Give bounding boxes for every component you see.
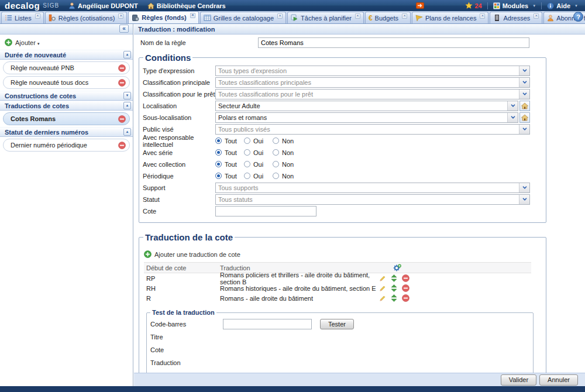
chevron-down-icon[interactable] bbox=[519, 125, 529, 134]
tester-button[interactable]: Tester bbox=[320, 319, 354, 329]
radio-icon[interactable] bbox=[273, 173, 279, 179]
sidebar-section-constructions-de-cotes[interactable]: Constructions de cotes bbox=[0, 91, 133, 101]
chevron-down-icon[interactable] bbox=[123, 92, 131, 99]
chevron-down-icon[interactable] bbox=[507, 113, 518, 122]
aide-menu[interactable]: Aide bbox=[547, 2, 578, 9]
chevron-down-icon[interactable] bbox=[519, 183, 529, 192]
delete-icon[interactable] bbox=[402, 284, 410, 292]
radio-non[interactable]: Non bbox=[273, 149, 301, 156]
move-up-down-icon[interactable] bbox=[390, 284, 398, 292]
tab-budgets[interactable]: € Budgets bbox=[365, 12, 411, 23]
sidebar-item-cotes-romans[interactable]: Cotes Romans bbox=[3, 112, 130, 125]
public-vise-select[interactable]: Tous publics visés bbox=[215, 124, 530, 135]
chevron-down-icon[interactable] bbox=[519, 90, 529, 99]
classification-pret-select[interactable]: Toutes classifications pour le prêt bbox=[215, 89, 530, 99]
pencil-icon[interactable] bbox=[379, 295, 386, 302]
sidebar-item-dernier-numero-periodique[interactable]: Dernier numéro périodique bbox=[3, 139, 130, 152]
chevron-down-icon[interactable] bbox=[519, 66, 529, 75]
sous-localisation-select[interactable]: Polars et romans bbox=[215, 112, 518, 123]
radio-non[interactable]: Non bbox=[273, 173, 301, 180]
statut-select[interactable]: Tous statuts bbox=[215, 194, 530, 205]
radio-oui[interactable]: Oui bbox=[244, 161, 273, 168]
add-translation-button[interactable]: Ajouter une traduction de cote bbox=[144, 250, 546, 258]
type-expression-select[interactable]: Tous types d'expression bbox=[215, 66, 530, 76]
radio-icon[interactable] bbox=[215, 173, 222, 179]
sidebar-item-regle-nouveaute-pnb[interactable]: Règle nouveauté PNB bbox=[3, 61, 130, 74]
radio-oui[interactable]: Oui bbox=[244, 137, 273, 145]
pencil-icon[interactable] bbox=[379, 275, 386, 282]
tab-plans-relances[interactable]: Plans de relances bbox=[412, 12, 488, 23]
radio-icon[interactable] bbox=[215, 149, 222, 156]
radio-tout[interactable]: Tout bbox=[215, 173, 244, 180]
remove-icon[interactable] bbox=[118, 64, 126, 72]
modules-menu[interactable]: Modules bbox=[493, 2, 536, 9]
chevron-down-icon[interactable] bbox=[519, 195, 529, 204]
remove-icon[interactable] bbox=[118, 142, 126, 149]
tab-regles-fonds[interactable]: Règles (fonds) bbox=[128, 11, 198, 23]
sidebar-add-button[interactable]: Ajouter bbox=[0, 35, 133, 50]
radio-icon[interactable] bbox=[215, 161, 222, 167]
tab-adresses[interactable]: Adresses bbox=[490, 12, 542, 23]
remove-icon[interactable] bbox=[118, 79, 126, 87]
delete-icon[interactable] bbox=[402, 274, 410, 282]
move-up-down-icon[interactable] bbox=[390, 274, 398, 282]
radio-oui[interactable]: Oui bbox=[244, 173, 273, 180]
tab-taches-planifier[interactable]: Tâches à planifier bbox=[287, 12, 364, 23]
move-up-down-icon[interactable] bbox=[390, 294, 398, 302]
chevron-up-icon[interactable] bbox=[123, 102, 131, 109]
separator bbox=[541, 2, 542, 9]
remove-icon[interactable] bbox=[118, 115, 126, 123]
notification-icon[interactable] bbox=[416, 2, 424, 9]
validate-button[interactable]: Valider bbox=[501, 374, 536, 386]
help-icon[interactable]: ? bbox=[573, 12, 583, 22]
close-icon[interactable] bbox=[277, 13, 283, 19]
radio-icon[interactable] bbox=[244, 173, 250, 179]
gear-add-icon[interactable] bbox=[393, 264, 401, 272]
sidebar-section-duree-nouveaute[interactable]: Durée de nouveauté bbox=[0, 50, 133, 60]
radio-icon[interactable] bbox=[273, 149, 279, 156]
radio-icon[interactable] bbox=[215, 137, 222, 144]
radio-icon[interactable] bbox=[244, 161, 250, 167]
rule-name-input[interactable] bbox=[258, 37, 529, 48]
radio-icon[interactable] bbox=[273, 137, 279, 144]
close-icon[interactable] bbox=[534, 13, 539, 19]
radio-row-serie: Avec série Tout Oui Non bbox=[143, 147, 546, 157]
delete-icon[interactable] bbox=[402, 294, 410, 302]
radio-icon[interactable] bbox=[273, 161, 279, 167]
sidebar-section-statut-derniers-numeros[interactable]: Statut de derniers numéros bbox=[0, 127, 133, 137]
sidebar-item-regle-nouveaute-tous-docs[interactable]: Règle nouveauté tous docs bbox=[3, 76, 130, 89]
chevron-down-icon[interactable] bbox=[519, 78, 529, 87]
tab-listes[interactable]: Listes bbox=[1, 12, 44, 23]
support-select[interactable]: Tous supports bbox=[215, 183, 530, 193]
radio-oui[interactable]: Oui bbox=[244, 149, 273, 156]
barcode-input[interactable] bbox=[223, 319, 312, 329]
radio-tout[interactable]: Tout bbox=[215, 149, 244, 156]
close-icon[interactable] bbox=[35, 13, 40, 19]
chevron-up-icon[interactable] bbox=[123, 128, 131, 136]
cote-input[interactable] bbox=[215, 206, 316, 216]
radio-tout[interactable]: Tout bbox=[215, 161, 244, 168]
collapse-sidebar-icon[interactable] bbox=[119, 25, 129, 33]
home-button[interactable] bbox=[519, 101, 530, 111]
localisation-select[interactable]: Secteur Adulte bbox=[215, 101, 518, 111]
radio-icon[interactable] bbox=[244, 137, 250, 144]
close-icon[interactable] bbox=[118, 13, 123, 19]
tab-grilles-catalogage[interactable]: Grilles de catalogage bbox=[200, 12, 286, 23]
chevron-up-icon[interactable] bbox=[123, 51, 131, 59]
chevron-down-icon[interactable] bbox=[507, 101, 518, 111]
close-icon[interactable] bbox=[480, 13, 485, 19]
sidebar-section-traductions-de-cotes[interactable]: Traductions de cotes bbox=[0, 101, 133, 111]
close-icon[interactable] bbox=[190, 13, 195, 18]
tab-regles-cotisations[interactable]: Règles (cotisations) bbox=[45, 12, 128, 23]
radio-non[interactable]: Non bbox=[273, 161, 301, 168]
radio-non[interactable]: Non bbox=[273, 137, 301, 145]
close-icon[interactable] bbox=[402, 13, 407, 19]
cancel-button[interactable]: Annuler bbox=[539, 374, 578, 386]
favorites-star-icon[interactable] bbox=[465, 2, 473, 9]
close-icon[interactable] bbox=[355, 13, 360, 19]
radio-icon[interactable] bbox=[244, 149, 250, 156]
home-button[interactable] bbox=[519, 112, 530, 123]
radio-tout[interactable]: Tout bbox=[215, 137, 244, 145]
classification-principale-select[interactable]: Toutes classifications principales bbox=[215, 77, 530, 88]
pencil-icon[interactable] bbox=[379, 285, 386, 292]
